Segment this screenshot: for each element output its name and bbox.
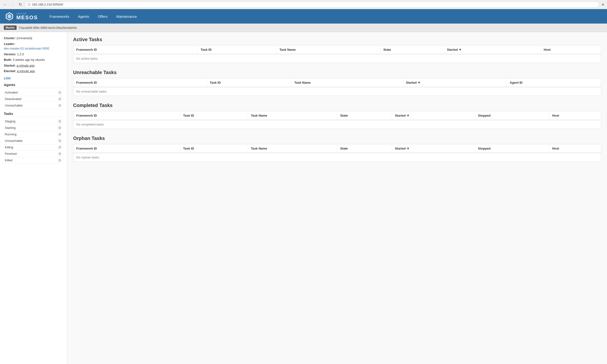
mesos-logo-icon [5, 12, 14, 21]
sidebar-item-label: Running [5, 132, 16, 136]
started-label: Started: [4, 64, 16, 67]
top-nav: Apache MESOS Frameworks Agents Offers Ma… [0, 9, 607, 24]
sidebar-item: Starting 0 [4, 125, 63, 131]
master-badge: Master [4, 26, 17, 30]
table-header-cell[interactable]: Framework ID [73, 111, 180, 120]
nav-maintenance[interactable]: Maintenance [112, 9, 141, 24]
sidebar-item-count: 0 [57, 126, 62, 130]
version-label: Version: [4, 52, 16, 56]
sidebar: Cluster: (Unnamed) Leader: dev-master-01… [0, 32, 67, 364]
version-value: 1.2.0 [17, 52, 24, 56]
cluster-label: Cluster: [4, 36, 16, 40]
sidebar-item-count: 0 [57, 91, 62, 94]
table-header-cell[interactable]: Task Name [248, 144, 337, 153]
sidebar-item-count: 0 [57, 132, 62, 136]
table-header-cell[interactable]: Stopped [475, 111, 549, 120]
log-link[interactable]: LOG [4, 77, 63, 80]
active-tasks-section: Active Tasks Framework IDTask IDTask Nam… [73, 37, 601, 63]
nav-frameworks[interactable]: Frameworks [45, 9, 74, 24]
sidebar-item-count: 0 [57, 139, 62, 143]
browser-toolbar-icons: ★ [601, 2, 605, 7]
table-header-cell[interactable]: Stopped [475, 144, 549, 153]
completed-tasks-section: Completed Tasks Framework IDTask IDTask … [73, 103, 601, 129]
forward-button[interactable]: → [10, 2, 16, 7]
content-area: Active Tasks Framework IDTask IDTask Nam… [67, 32, 607, 364]
table-header-cell[interactable]: Task Name [276, 45, 380, 54]
back-button[interactable]: ← [2, 2, 8, 7]
active-tasks-table: Framework IDTask IDTask NameStateStarted… [73, 45, 601, 63]
sidebar-item-count: 0 [57, 152, 62, 156]
agents-section-title: Agents [4, 83, 63, 88]
sidebar-item: Staging 0 [4, 118, 63, 125]
table-header-cell[interactable]: Task ID [207, 78, 291, 87]
started-row: Started: a minute ago [4, 63, 63, 68]
logo-area: Apache MESOS [5, 12, 38, 21]
version-row: Version: 1.2.0 [4, 52, 63, 57]
nav-agents[interactable]: Agents [74, 9, 93, 24]
table-header-cell[interactable]: State [337, 111, 392, 120]
leader-label: Leader: [4, 42, 15, 46]
table-header-cell[interactable]: Task ID [198, 45, 277, 54]
active-tasks-empty-message: No active tasks. [73, 54, 601, 63]
sidebar-item-count: 0 [57, 104, 62, 107]
table-header-cell[interactable]: Framework ID [73, 45, 198, 54]
breadcrumb-id: 72acda58-90fe-4980-be2d-89a26e4a640c [18, 26, 77, 30]
table-header-cell[interactable]: Framework ID [73, 78, 207, 87]
sidebar-item-label: Unreachable [5, 104, 23, 107]
sidebar-item-count: 0 [57, 119, 62, 123]
sidebar-item: Killing 0 [4, 144, 63, 151]
table-header-cell[interactable]: Started ▼ [392, 144, 475, 153]
table-header-cell[interactable]: Started ▼ [392, 111, 475, 120]
sidebar-item: Running 0 [4, 131, 63, 138]
unreachable-tasks-empty-row: No unreachable tasks. [73, 87, 601, 96]
nav-offers[interactable]: Offers [93, 9, 112, 24]
table-header-cell[interactable]: Host [541, 45, 601, 54]
url-input[interactable] [32, 3, 597, 6]
sidebar-item-label: Starting [5, 126, 16, 130]
sidebar-item: Activated 0 [4, 90, 63, 96]
main-layout: Cluster: (Unnamed) Leader: dev-master-01… [0, 32, 607, 364]
orphan-tasks-section: Orphan Tasks Framework IDTask IDTask Nam… [73, 136, 601, 162]
unreachable-tasks-title: Unreachable Tasks [73, 70, 601, 75]
unreachable-tasks-empty-message: No unreachable tasks. [73, 87, 601, 96]
orphan-tasks-header-row: Framework IDTask IDTask NameStateStarted… [73, 144, 601, 153]
table-header-cell[interactable]: Host [549, 111, 601, 120]
breadcrumb: Master 72acda58-90fe-4980-be2d-89a26e4a6… [0, 24, 607, 32]
completed-tasks-empty-message: No completed tasks. [73, 120, 601, 129]
table-header-cell[interactable]: Started ▼ [444, 45, 541, 54]
sidebar-item-label: Activated [5, 91, 18, 94]
elected-value: a minute ago [17, 69, 35, 73]
table-header-cell[interactable]: Framework ID [73, 144, 180, 153]
tasks-section-title: Tasks [4, 112, 63, 117]
table-header-cell[interactable]: Task ID [180, 144, 248, 153]
table-header-cell[interactable]: State [380, 45, 444, 54]
sidebar-item: Unreachable 0 [4, 103, 63, 109]
orphan-tasks-title: Orphan Tasks [73, 136, 601, 141]
elected-row: Elected: a minute ago [4, 69, 63, 74]
table-header-cell[interactable]: Started ▼ [403, 78, 507, 87]
tasks-list: Staging 0Starting 0Running 0Unreachable … [4, 118, 63, 164]
active-tasks-empty-row: No active tasks. [73, 54, 601, 63]
cluster-value: (Unnamed) [17, 36, 32, 40]
unreachable-tasks-header-row: Framework IDTask IDTask NameStarted ▼Age… [73, 78, 601, 87]
sidebar-item-label: Finished [5, 152, 17, 156]
table-header-cell[interactable]: Host [549, 144, 601, 153]
star-icon[interactable]: ★ [601, 2, 605, 7]
reload-button[interactable]: ↻ [18, 2, 23, 7]
sidebar-item-label: Killing [5, 145, 13, 149]
active-tasks-header-row: Framework IDTask IDTask NameStateStarted… [73, 45, 601, 54]
sidebar-item-label: Deactivated [5, 97, 21, 101]
table-header-cell[interactable]: Task Name [291, 78, 403, 87]
sidebar-item: Killed 0 [4, 157, 63, 164]
sidebar-item: Finished 0 [4, 151, 63, 157]
leader-link[interactable]: dev-master-01.localdomain:5050 [4, 47, 49, 50]
table-header-cell[interactable]: Task ID [180, 111, 248, 120]
table-header-cell[interactable]: State [337, 144, 392, 153]
completed-tasks-title: Completed Tasks [73, 103, 601, 108]
table-header-cell[interactable]: Agent ID [507, 78, 601, 87]
table-header-cell[interactable]: Task Name [248, 111, 337, 120]
sidebar-item: Deactivated 0 [4, 96, 63, 103]
active-tasks-title: Active Tasks [73, 37, 601, 42]
completed-tasks-table: Framework IDTask IDTask NameStateStarted… [73, 111, 601, 129]
sidebar-item-count: 0 [57, 158, 62, 162]
